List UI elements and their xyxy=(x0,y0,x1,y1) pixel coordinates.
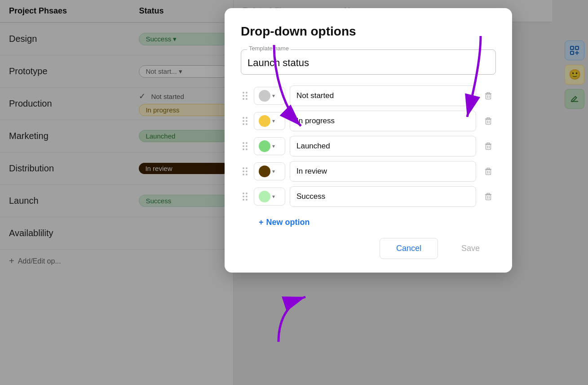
option-row: ▾ xyxy=(241,161,496,182)
drag-handle[interactable] xyxy=(241,191,249,202)
color-selector-3[interactable]: ▾ xyxy=(254,162,285,180)
dropdown-options-modal: Drop-down options Template name ▾ xyxy=(225,8,512,273)
option-row: ▾ xyxy=(241,136,496,157)
color-selector-1[interactable]: ▾ xyxy=(254,112,285,130)
option-input-0[interactable] xyxy=(290,85,476,106)
svg-rect-19 xyxy=(486,170,491,175)
template-name-input[interactable] xyxy=(241,49,496,75)
option-input-2[interactable] xyxy=(290,136,476,157)
chevron-down-icon: ▾ xyxy=(272,118,275,124)
color-circle-4 xyxy=(259,191,270,202)
delete-option-3-button[interactable] xyxy=(481,165,496,178)
drag-handle[interactable] xyxy=(241,140,249,152)
option-row: ▾ xyxy=(241,85,496,106)
delete-option-2-button[interactable] xyxy=(481,139,496,153)
option-row: ▾ xyxy=(241,111,496,131)
svg-rect-23 xyxy=(486,195,491,200)
color-circle-1 xyxy=(259,115,270,127)
chevron-down-icon: ▾ xyxy=(272,143,275,149)
color-selector-2[interactable]: ▾ xyxy=(254,137,285,155)
delete-option-0-button[interactable] xyxy=(481,89,496,103)
color-selector-0[interactable]: ▾ xyxy=(254,87,285,105)
color-circle-3 xyxy=(259,166,270,177)
option-row: ▾ xyxy=(241,186,496,207)
color-circle-2 xyxy=(259,140,270,152)
drag-handle[interactable] xyxy=(241,90,249,102)
color-selector-4[interactable]: ▾ xyxy=(254,188,285,206)
cancel-button[interactable]: Cancel xyxy=(380,238,438,259)
svg-rect-15 xyxy=(486,144,491,149)
delete-option-4-button[interactable] xyxy=(481,190,496,203)
chevron-down-icon: ▾ xyxy=(272,193,275,200)
chevron-down-icon: ▾ xyxy=(272,93,275,99)
modal-title: Drop-down options xyxy=(241,24,496,39)
option-input-1[interactable] xyxy=(290,111,476,131)
color-circle-0 xyxy=(259,90,270,102)
new-option-button[interactable]: + New option xyxy=(241,214,496,231)
drag-handle[interactable] xyxy=(241,115,249,127)
option-input-3[interactable] xyxy=(290,161,476,182)
chevron-down-icon: ▾ xyxy=(272,168,275,175)
plus-icon: + xyxy=(259,218,264,227)
drag-handle[interactable] xyxy=(241,166,249,177)
new-option-label: New option xyxy=(266,218,310,227)
option-input-4[interactable] xyxy=(290,186,476,207)
options-list: ▾ ▾ xyxy=(241,85,496,207)
save-button[interactable]: Save xyxy=(445,238,496,259)
delete-option-1-button[interactable] xyxy=(481,114,496,128)
modal-footer: Cancel Save xyxy=(241,238,496,259)
template-name-group: Template name xyxy=(241,49,496,75)
svg-rect-11 xyxy=(486,119,491,124)
template-name-label: Template name xyxy=(247,45,291,52)
svg-rect-7 xyxy=(486,94,491,99)
